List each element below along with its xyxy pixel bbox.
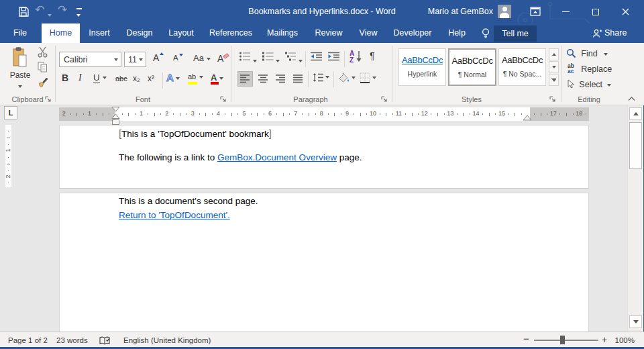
pilcrow-button[interactable]: ¶ (370, 50, 375, 61)
styles-dialog-launcher[interactable] (549, 95, 556, 103)
tab-review[interactable]: Review (310, 23, 347, 43)
user-name[interactable]: Mario at GemBox (428, 7, 493, 16)
zoom-slider-handle[interactable] (560, 336, 565, 344)
borders-button[interactable] (360, 72, 376, 85)
indent-markers[interactable] (111, 107, 121, 127)
page-2[interactable]: This is a document's second page. Return… (59, 193, 589, 332)
tab-layout[interactable]: Layout (164, 23, 199, 43)
bookmark-text[interactable]: This is a 'TopOfDocument' bookmark (121, 129, 269, 139)
italic-button[interactable]: I (78, 72, 82, 83)
multilevel-list-icon[interactable] (284, 51, 297, 62)
paragraph-bookmark[interactable]: [This is a 'TopOfDocument' bookmark] (119, 128, 272, 140)
align-center-button[interactable] (256, 71, 271, 87)
maximize-button[interactable] (585, 0, 606, 23)
collapse-ribbon-icon[interactable] (628, 97, 635, 101)
format-painter-icon[interactable] (38, 77, 48, 88)
scroll-down-button[interactable] (629, 315, 642, 328)
select-button[interactable]: Select (566, 79, 611, 91)
tab-stop-selector[interactable]: L (4, 106, 17, 119)
avatar[interactable] (498, 5, 511, 18)
superscript-button[interactable]: x² (148, 74, 154, 83)
font-dialog-launcher[interactable] (219, 95, 227, 103)
language-indicator[interactable]: English (United Kingdom) (123, 335, 211, 346)
font-color-button[interactable]: A (211, 72, 223, 83)
bullets-icon[interactable] (239, 51, 251, 62)
clipboard-dialog-launcher[interactable] (44, 95, 52, 103)
tab-mailings[interactable]: Mailings (262, 23, 303, 43)
tab-design[interactable]: Design (121, 23, 158, 43)
paste-button[interactable]: Paste (7, 46, 34, 94)
zoom-level[interactable]: 100% (609, 335, 635, 346)
tab-developer[interactable]: Developer (389, 23, 436, 43)
increase-indent-icon[interactable] (327, 52, 340, 61)
text-highlight-button[interactable]: ab (188, 72, 203, 81)
return-link[interactable]: Return to 'TopOfDocument'. (119, 210, 230, 220)
proofing-icon[interactable] (99, 336, 110, 346)
zoom-slider-track[interactable] (534, 340, 598, 341)
style-card-hyperlink[interactable]: AaBbCcDc Hyperlink (398, 48, 446, 86)
zoom-in-button[interactable]: + (602, 334, 607, 345)
align-left-button[interactable] (237, 71, 253, 87)
tab-help[interactable]: Help (442, 23, 472, 43)
style-card-normal[interactable]: AaBbCcDc ¶ Normal (448, 48, 496, 86)
page-indicator[interactable]: Page 1 of 2 (8, 335, 48, 346)
strikethrough-button[interactable]: abc (115, 74, 127, 83)
text-effects-button[interactable]: A (166, 72, 180, 83)
ruler-number: 8 (320, 110, 323, 117)
multilevel-dropdown[interactable] (299, 56, 303, 65)
clear-formatting-button[interactable]: A (217, 53, 223, 64)
decrease-indent-icon[interactable] (310, 52, 323, 61)
tab-view[interactable]: View (354, 23, 383, 43)
font-size-combo[interactable]: 11 (124, 52, 146, 67)
paragraph-link[interactable]: The following is a link to GemBox.Docume… (119, 152, 362, 163)
font-name-combo[interactable]: Calibri (59, 52, 121, 67)
replace-button[interactable]: ab ac Replace (566, 64, 612, 76)
right-indent-marker[interactable] (523, 115, 532, 121)
copy-icon[interactable] (38, 62, 48, 72)
shrink-font-button[interactable]: A (173, 54, 182, 62)
justify-button[interactable] (290, 71, 306, 87)
word-count[interactable]: 23 words (56, 335, 88, 346)
bold-button[interactable]: B (62, 72, 68, 83)
paragraph-second-page[interactable]: This is a document's second page. (119, 195, 258, 207)
line-spacing-button[interactable] (313, 72, 329, 85)
paragraph-return-link[interactable]: Return to 'TopOfDocument'. (119, 209, 230, 221)
tell-me-box[interactable]: Tell me (494, 26, 537, 42)
style-card-no-spacing[interactable]: AaBbCcDc ¶ No Spac... (498, 48, 546, 86)
scrollbar-thumb[interactable] (629, 122, 642, 169)
shading-button[interactable] (338, 72, 356, 85)
paragraph-dialog-launcher[interactable] (380, 95, 388, 103)
bullets-dropdown[interactable] (253, 56, 257, 65)
find-button[interactable]: Find (566, 48, 608, 60)
page-1[interactable]: [This is a 'TopOfDocument' bookmark] The… (59, 125, 589, 189)
numbering-dropdown[interactable] (276, 56, 280, 65)
ribbon-display-options-icon[interactable] (530, 7, 541, 17)
tab-insert[interactable]: Insert (83, 23, 116, 43)
minimize-button[interactable] (555, 0, 576, 23)
replace-icon: ab ac (566, 64, 576, 74)
gembox-overview-link[interactable]: GemBox.Document Overview (217, 152, 337, 162)
tab-home[interactable]: Home (42, 23, 80, 43)
link-suffix-text[interactable]: page. (337, 152, 362, 162)
tab-file[interactable]: File (7, 23, 34, 43)
numbering-icon[interactable] (262, 51, 274, 62)
close-button[interactable] (614, 0, 636, 23)
horizontal-ruler[interactable]: 211234567891011121314151718 (59, 107, 589, 121)
underline-button[interactable]: U (93, 72, 107, 83)
sort-icon[interactable]: A Z (350, 50, 366, 66)
styles-more-button[interactable] (549, 74, 559, 86)
vertical-ruler[interactable]: 12 (5, 125, 11, 187)
styles-scroll-down[interactable] (549, 61, 559, 73)
share-button[interactable]: Share (604, 23, 631, 43)
align-right-button[interactable] (273, 71, 288, 87)
subscript-button[interactable]: x₂ (133, 74, 140, 83)
scroll-up-button[interactable] (629, 107, 642, 120)
vertical-scrollbar[interactable] (627, 105, 643, 332)
tab-references[interactable]: References (207, 23, 255, 43)
cut-icon[interactable] (37, 46, 48, 58)
styles-scroll-up[interactable] (549, 48, 559, 60)
change-case-button[interactable]: Aa (193, 53, 211, 63)
link-prefix-text[interactable]: The following is a link to (119, 152, 217, 162)
grow-font-button[interactable]: A (153, 52, 163, 63)
zoom-out-button[interactable]: − (523, 334, 529, 344)
